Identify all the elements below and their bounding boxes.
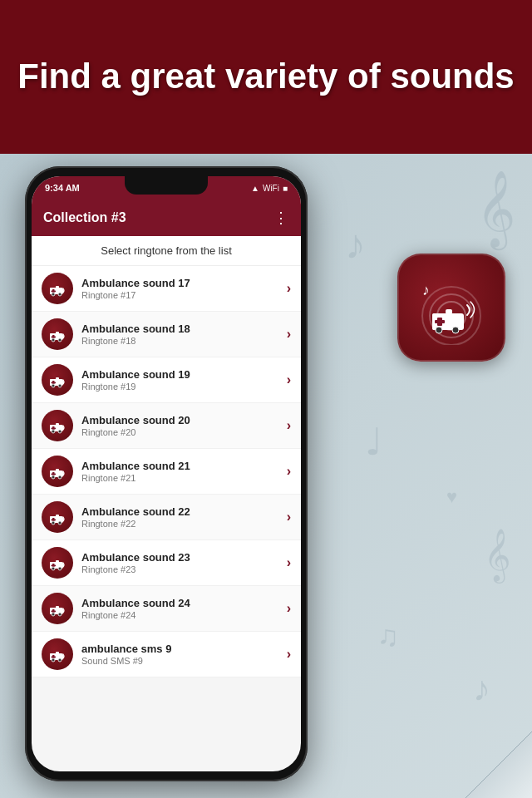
- music-note-deco-4: ♩: [365, 420, 382, 464]
- list-item[interactable]: Ambulance sound 24 Ringtone #24 ›: [32, 586, 301, 632]
- item-arrow-icon: ›: [287, 601, 291, 616]
- list-item[interactable]: Ambulance sound 20 Ringtone #20 ›: [32, 403, 301, 449]
- list-item[interactable]: Ambulance sound 21 Ringtone #21 ›: [32, 449, 301, 495]
- app-header: Collection #3 ⋮: [32, 200, 301, 236]
- list-item[interactable]: Ambulance sound 19 Ringtone #19 ›: [32, 357, 301, 403]
- item-arrow-icon: ›: [287, 555, 291, 570]
- svg-point-7: [436, 327, 442, 333]
- svg-point-72: [58, 658, 62, 662]
- svg-rect-49: [52, 520, 57, 521]
- collection-title: Collection #3: [43, 210, 126, 225]
- item-icon: [42, 318, 73, 350]
- music-note-deco-5: 𝄞: [484, 528, 511, 582]
- signal-icon: ▲: [251, 184, 259, 193]
- item-arrow-icon: ›: [287, 647, 291, 662]
- status-icons: ▲ WiFi ■: [251, 184, 288, 193]
- svg-point-58: [58, 567, 62, 570]
- svg-rect-66: [56, 606, 59, 608]
- music-note-deco-1: 𝄞: [476, 170, 515, 248]
- svg-point-22: [52, 338, 55, 342]
- list-header: Select ringtone from the list: [32, 236, 301, 266]
- item-icon: [42, 638, 73, 670]
- svg-point-50: [52, 521, 55, 525]
- item-subtitle: Ringtone #19: [81, 382, 287, 392]
- item-icon: [42, 501, 73, 533]
- svg-rect-9: [446, 309, 452, 314]
- item-subtitle: Ringtone #17: [81, 290, 287, 300]
- item-title: ambulance sms 9: [81, 643, 287, 655]
- item-text: Ambulance sound 19 Ringtone #19: [81, 368, 287, 392]
- svg-rect-56: [52, 565, 57, 567]
- battery-icon: ■: [283, 184, 288, 193]
- svg-rect-70: [52, 657, 57, 658]
- item-text: Ambulance sound 24 Ringtone #24: [81, 597, 287, 620]
- item-text: Ambulance sound 22 Ringtone #22: [81, 505, 287, 529]
- svg-point-57: [52, 567, 55, 570]
- svg-point-43: [52, 475, 55, 479]
- svg-rect-59: [56, 560, 59, 563]
- phone-notch: [125, 176, 208, 195]
- svg-point-36: [52, 430, 55, 433]
- item-subtitle: Ringtone #23: [81, 564, 287, 574]
- svg-rect-14: [52, 291, 57, 293]
- status-time: 9:34 AM: [45, 183, 80, 193]
- item-text: ambulance sms 9 Sound SMS #9: [81, 643, 287, 666]
- svg-rect-52: [56, 515, 59, 517]
- item-text: Ambulance sound 20 Ringtone #20: [81, 414, 287, 437]
- item-text: Ambulance sound 23 Ringtone #23: [81, 551, 287, 574]
- banner-title: Find a great variety of sounds: [17, 57, 514, 96]
- item-subtitle: Ringtone #24: [81, 610, 287, 620]
- item-arrow-icon: ›: [287, 418, 291, 433]
- svg-rect-63: [52, 611, 57, 613]
- top-banner: Find a great variety of sounds: [0, 0, 532, 154]
- item-arrow-icon: ›: [287, 372, 291, 387]
- item-title: Ambulance sound 24: [81, 597, 287, 609]
- wifi-icon: WiFi: [263, 184, 279, 193]
- item-subtitle: Ringtone #21: [81, 473, 287, 483]
- svg-point-65: [58, 613, 62, 616]
- svg-text:♪: ♪: [422, 282, 430, 298]
- svg-point-15: [52, 293, 55, 296]
- app-icon: ♪: [397, 254, 505, 362]
- svg-rect-31: [56, 377, 59, 380]
- app-icon-svg: ♪: [414, 270, 489, 345]
- music-note-deco-7: ♪: [473, 669, 490, 709]
- svg-rect-21: [52, 337, 57, 338]
- item-icon: [42, 456, 73, 487]
- svg-point-8: [452, 327, 459, 333]
- item-title: Ambulance sound 19: [81, 368, 287, 381]
- phone-frame: 9:34 AM ▲ WiFi ■ Collection #3 ⋮ Select …: [25, 166, 308, 781]
- item-title: Ambulance sound 23: [81, 551, 287, 564]
- item-arrow-icon: ›: [287, 327, 291, 342]
- list-item[interactable]: ambulance sms 9 Sound SMS #9 ›: [32, 632, 301, 677]
- svg-point-51: [58, 521, 62, 525]
- music-note-deco-2: ♪: [345, 220, 366, 268]
- page-curl: [466, 732, 532, 798]
- phone-screen: 9:34 AM ▲ WiFi ■ Collection #3 ⋮ Select …: [32, 176, 301, 771]
- item-subtitle: Ringtone #20: [81, 427, 287, 437]
- item-icon: [42, 364, 73, 396]
- item-text: Ambulance sound 17 Ringtone #17: [81, 277, 287, 300]
- svg-point-64: [52, 613, 55, 616]
- svg-rect-35: [52, 428, 57, 430]
- svg-point-16: [58, 293, 62, 296]
- list-item[interactable]: Ambulance sound 23 Ringtone #23 ›: [32, 540, 301, 586]
- menu-button[interactable]: ⋮: [273, 209, 289, 227]
- list-item[interactable]: Ambulance sound 22 Ringtone #22 ›: [32, 495, 301, 540]
- item-icon: [42, 273, 73, 304]
- svg-rect-24: [56, 332, 59, 334]
- ringtone-list: Ambulance sound 17 Ringtone #17 › Ambula…: [32, 266, 301, 677]
- svg-point-23: [58, 338, 62, 342]
- item-title: Ambulance sound 22: [81, 505, 287, 518]
- list-item[interactable]: Ambulance sound 18 Ringtone #18 ›: [32, 312, 301, 357]
- svg-rect-6: [435, 320, 445, 323]
- item-arrow-icon: ›: [287, 281, 291, 296]
- music-note-deco-6: ♫: [377, 619, 399, 653]
- svg-rect-73: [56, 652, 59, 654]
- list-item[interactable]: Ambulance sound 17 Ringtone #17 ›: [32, 266, 301, 312]
- item-title: Ambulance sound 20: [81, 414, 287, 426]
- item-subtitle: Sound SMS #9: [81, 656, 287, 666]
- list-header-text: Select ringtone from the list: [101, 244, 232, 257]
- svg-rect-28: [52, 382, 57, 384]
- item-arrow-icon: ›: [287, 464, 291, 479]
